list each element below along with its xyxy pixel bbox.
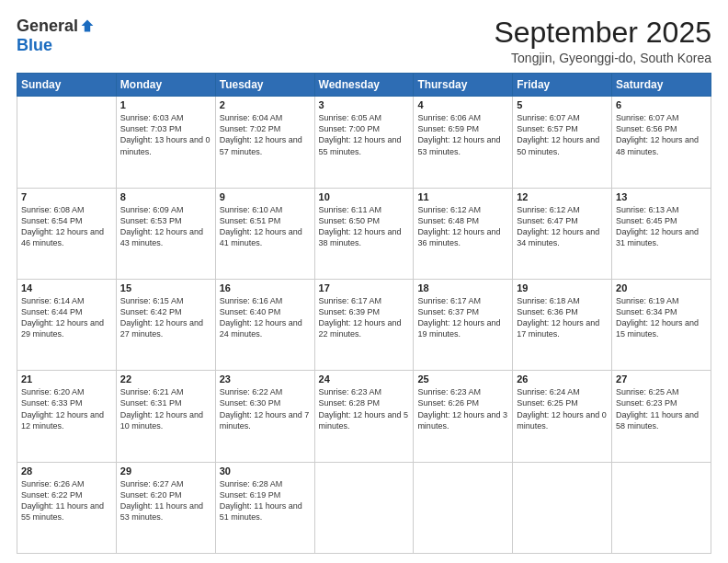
day-number: 24 bbox=[319, 373, 410, 385]
col-sunday: Sunday bbox=[17, 74, 117, 97]
logo: General Blue bbox=[17, 17, 95, 55]
calendar-cell: 10Sunrise: 6:11 AMSunset: 6:50 PMDayligh… bbox=[314, 188, 414, 279]
cell-info: Sunrise: 6:22 AMSunset: 6:30 PMDaylight:… bbox=[220, 386, 311, 431]
calendar-week-row-4: 28Sunrise: 6:26 AMSunset: 6:22 PMDayligh… bbox=[17, 462, 711, 553]
header: General Blue September 2025 Tongjin, Gye… bbox=[17, 17, 711, 65]
cell-info: Sunrise: 6:12 AMSunset: 6:47 PMDaylight:… bbox=[517, 204, 608, 249]
cell-info: Sunrise: 6:17 AMSunset: 6:37 PMDaylight:… bbox=[417, 295, 508, 340]
calendar-cell: 1Sunrise: 6:03 AMSunset: 7:03 PMDaylight… bbox=[116, 97, 215, 188]
day-number: 12 bbox=[517, 191, 608, 202]
calendar-cell: 23Sunrise: 6:22 AMSunset: 6:30 PMDayligh… bbox=[215, 371, 314, 462]
day-number: 25 bbox=[417, 373, 508, 385]
page: General Blue September 2025 Tongjin, Gye… bbox=[0, 0, 728, 563]
calendar-cell: 11Sunrise: 6:12 AMSunset: 6:48 PMDayligh… bbox=[414, 188, 513, 279]
day-number: 15 bbox=[120, 282, 211, 293]
calendar-cell: 4Sunrise: 6:06 AMSunset: 6:59 PMDaylight… bbox=[414, 97, 513, 188]
cell-info: Sunrise: 6:25 AMSunset: 6:23 PMDaylight:… bbox=[616, 386, 707, 431]
day-number: 30 bbox=[220, 465, 311, 477]
day-number: 29 bbox=[120, 465, 211, 477]
calendar-cell: 28Sunrise: 6:26 AMSunset: 6:22 PMDayligh… bbox=[17, 462, 117, 553]
cell-info: Sunrise: 6:11 AMSunset: 6:50 PMDaylight:… bbox=[319, 204, 410, 249]
col-monday: Monday bbox=[116, 74, 215, 97]
cell-info: Sunrise: 6:05 AMSunset: 7:00 PMDaylight:… bbox=[319, 112, 410, 157]
cell-info: Sunrise: 6:20 AMSunset: 6:33 PMDaylight:… bbox=[21, 386, 112, 431]
calendar-cell: 29Sunrise: 6:27 AMSunset: 6:20 PMDayligh… bbox=[116, 462, 215, 553]
cell-info: Sunrise: 6:19 AMSunset: 6:34 PMDaylight:… bbox=[616, 295, 707, 340]
calendar-cell: 30Sunrise: 6:28 AMSunset: 6:19 PMDayligh… bbox=[215, 462, 314, 553]
cell-info: Sunrise: 6:12 AMSunset: 6:48 PMDaylight:… bbox=[417, 204, 508, 249]
day-number: 18 bbox=[417, 282, 508, 293]
calendar-cell: 27Sunrise: 6:25 AMSunset: 6:23 PMDayligh… bbox=[612, 371, 711, 462]
calendar-cell: 5Sunrise: 6:07 AMSunset: 6:57 PMDaylight… bbox=[513, 97, 612, 188]
calendar-cell bbox=[414, 462, 513, 553]
calendar-cell: 9Sunrise: 6:10 AMSunset: 6:51 PMDaylight… bbox=[215, 188, 314, 279]
col-friday: Friday bbox=[513, 74, 612, 97]
month-title: September 2025 bbox=[494, 17, 711, 49]
calendar-cell: 21Sunrise: 6:20 AMSunset: 6:33 PMDayligh… bbox=[17, 371, 117, 462]
day-number: 10 bbox=[319, 191, 410, 202]
calendar-week-row-3: 21Sunrise: 6:20 AMSunset: 6:33 PMDayligh… bbox=[17, 371, 711, 462]
day-number: 23 bbox=[220, 373, 311, 385]
cell-info: Sunrise: 6:10 AMSunset: 6:51 PMDaylight:… bbox=[220, 204, 311, 249]
cell-info: Sunrise: 6:07 AMSunset: 6:57 PMDaylight:… bbox=[517, 112, 608, 157]
calendar-cell: 20Sunrise: 6:19 AMSunset: 6:34 PMDayligh… bbox=[612, 279, 711, 370]
calendar-cell: 22Sunrise: 6:21 AMSunset: 6:31 PMDayligh… bbox=[116, 371, 215, 462]
day-number: 16 bbox=[220, 282, 311, 293]
cell-info: Sunrise: 6:26 AMSunset: 6:22 PMDaylight:… bbox=[21, 478, 112, 523]
calendar-week-row-0: 1Sunrise: 6:03 AMSunset: 7:03 PMDaylight… bbox=[17, 97, 711, 188]
logo-general-text: General bbox=[17, 17, 78, 36]
day-number: 4 bbox=[417, 99, 508, 110]
day-number: 27 bbox=[616, 373, 707, 385]
day-number: 21 bbox=[21, 373, 112, 385]
cell-info: Sunrise: 6:08 AMSunset: 6:54 PMDaylight:… bbox=[21, 204, 112, 249]
calendar-cell: 13Sunrise: 6:13 AMSunset: 6:45 PMDayligh… bbox=[612, 188, 711, 279]
day-number: 14 bbox=[21, 282, 112, 293]
day-number: 6 bbox=[616, 99, 707, 110]
cell-info: Sunrise: 6:18 AMSunset: 6:36 PMDaylight:… bbox=[517, 295, 608, 340]
day-number: 9 bbox=[220, 191, 311, 202]
calendar-cell: 8Sunrise: 6:09 AMSunset: 6:53 PMDaylight… bbox=[116, 188, 215, 279]
day-number: 11 bbox=[417, 191, 508, 202]
calendar-cell: 16Sunrise: 6:16 AMSunset: 6:40 PMDayligh… bbox=[215, 279, 314, 370]
calendar-cell bbox=[17, 97, 117, 188]
day-number: 26 bbox=[517, 373, 608, 385]
calendar-cell: 19Sunrise: 6:18 AMSunset: 6:36 PMDayligh… bbox=[513, 279, 612, 370]
col-saturday: Saturday bbox=[612, 74, 711, 97]
day-number: 28 bbox=[21, 465, 112, 477]
day-number: 2 bbox=[220, 99, 311, 110]
col-tuesday: Tuesday bbox=[215, 74, 314, 97]
calendar-cell: 26Sunrise: 6:24 AMSunset: 6:25 PMDayligh… bbox=[513, 371, 612, 462]
calendar-table: Sunday Monday Tuesday Wednesday Thursday… bbox=[17, 73, 711, 554]
cell-info: Sunrise: 6:15 AMSunset: 6:42 PMDaylight:… bbox=[120, 295, 211, 340]
col-wednesday: Wednesday bbox=[314, 74, 414, 97]
calendar-cell: 24Sunrise: 6:23 AMSunset: 6:28 PMDayligh… bbox=[314, 371, 414, 462]
calendar-cell: 25Sunrise: 6:23 AMSunset: 6:26 PMDayligh… bbox=[414, 371, 513, 462]
logo-icon bbox=[80, 18, 95, 33]
calendar-header-row: Sunday Monday Tuesday Wednesday Thursday… bbox=[17, 74, 711, 97]
day-number: 17 bbox=[319, 282, 410, 293]
day-number: 3 bbox=[319, 99, 410, 110]
logo-blue-text: Blue bbox=[17, 36, 52, 55]
cell-info: Sunrise: 6:16 AMSunset: 6:40 PMDaylight:… bbox=[220, 295, 311, 340]
cell-info: Sunrise: 6:21 AMSunset: 6:31 PMDaylight:… bbox=[120, 386, 211, 431]
calendar-cell: 15Sunrise: 6:15 AMSunset: 6:42 PMDayligh… bbox=[116, 279, 215, 370]
calendar-week-row-2: 14Sunrise: 6:14 AMSunset: 6:44 PMDayligh… bbox=[17, 279, 711, 370]
cell-info: Sunrise: 6:24 AMSunset: 6:25 PMDaylight:… bbox=[517, 386, 608, 431]
calendar-cell bbox=[314, 462, 414, 553]
cell-info: Sunrise: 6:14 AMSunset: 6:44 PMDaylight:… bbox=[21, 295, 112, 340]
cell-info: Sunrise: 6:09 AMSunset: 6:53 PMDaylight:… bbox=[120, 204, 211, 249]
calendar-cell: 2Sunrise: 6:04 AMSunset: 7:02 PMDaylight… bbox=[215, 97, 314, 188]
day-number: 19 bbox=[517, 282, 608, 293]
cell-info: Sunrise: 6:23 AMSunset: 6:26 PMDaylight:… bbox=[417, 386, 508, 431]
day-number: 5 bbox=[517, 99, 608, 110]
calendar-cell bbox=[612, 462, 711, 553]
calendar-cell: 7Sunrise: 6:08 AMSunset: 6:54 PMDaylight… bbox=[17, 188, 117, 279]
title-block: September 2025 Tongjin, Gyeonggi-do, Sou… bbox=[494, 17, 711, 65]
cell-info: Sunrise: 6:27 AMSunset: 6:20 PMDaylight:… bbox=[120, 478, 211, 523]
calendar-week-row-1: 7Sunrise: 6:08 AMSunset: 6:54 PMDaylight… bbox=[17, 188, 711, 279]
day-number: 1 bbox=[120, 99, 211, 110]
cell-info: Sunrise: 6:03 AMSunset: 7:03 PMDaylight:… bbox=[120, 112, 211, 157]
svg-marker-0 bbox=[82, 19, 94, 31]
cell-info: Sunrise: 6:07 AMSunset: 6:56 PMDaylight:… bbox=[616, 112, 707, 157]
day-number: 7 bbox=[21, 191, 112, 202]
